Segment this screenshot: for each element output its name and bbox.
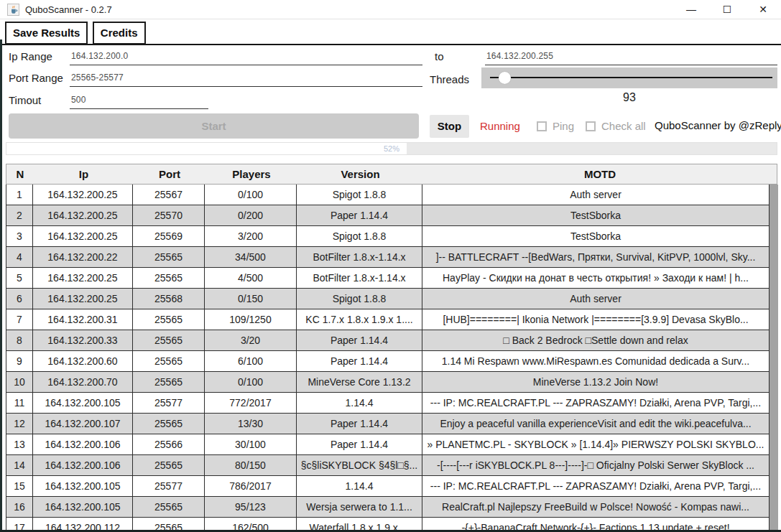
- cell-motd: Enjoy a peaceful vanilla experienceVisit…: [422, 414, 770, 434]
- cell-version: 1.14.4: [297, 393, 422, 413]
- save-results-button[interactable]: Save Results: [5, 22, 88, 45]
- table-row[interactable]: 9164.132.200.60255656/100Paper 1.14.41.1…: [6, 351, 770, 372]
- cell-motd: ]-- BATTLECRAFT --[BedWars, Прятки, Surv…: [422, 247, 770, 267]
- status-text: Running: [480, 120, 520, 132]
- cell-n: 8: [6, 330, 33, 350]
- vertical-scrollbar[interactable]: [770, 185, 778, 532]
- table-row[interactable]: 8164.132.200.33255653/20Paper 1.14.4□ Ba…: [6, 330, 770, 351]
- cell-n: 7: [6, 309, 33, 330]
- port-range-label: Port Range: [9, 72, 63, 84]
- cell-port: 25565: [133, 351, 205, 371]
- ping-checkbox[interactable]: [537, 121, 547, 131]
- cell-players: 0/200: [205, 205, 297, 225]
- cell-ip: 164.132.200.25: [33, 226, 133, 246]
- column-header-n[interactable]: N: [6, 168, 34, 180]
- cell-version: 1.14.4: [297, 476, 422, 496]
- cell-motd: TestSborka: [422, 205, 770, 225]
- table-row[interactable]: 16164.132.200.1052556595/123Wersja serwe…: [6, 497, 770, 518]
- cell-players: 786/2017: [205, 476, 297, 496]
- cell-n: 14: [6, 455, 33, 475]
- ping-checkbox-label[interactable]: Ping: [553, 120, 574, 132]
- threads-slider[interactable]: [481, 67, 777, 88]
- cell-port: 25565: [133, 455, 205, 475]
- table-row[interactable]: 15164.132.200.10525577786/20171.14.4--- …: [6, 476, 770, 497]
- cell-motd: Auth server: [422, 289, 770, 309]
- ip-range-input[interactable]: 164.132.200.0: [70, 51, 422, 65]
- timeout-input[interactable]: 500: [70, 95, 208, 109]
- cell-players: 80/150: [205, 455, 297, 475]
- cell-ip: 164.132.200.105: [33, 393, 133, 413]
- cell-motd: --- IP: MC.REALCRAFT.PL --- ZAPRASZAMY! …: [422, 476, 770, 496]
- start-button[interactable]: Start: [9, 113, 419, 139]
- cell-port: 25565: [133, 268, 205, 288]
- cell-motd: 1.14 Mi Respawn www.MiRespawn.es Comunid…: [422, 351, 770, 371]
- threads-slider-track: [490, 77, 772, 78]
- cell-motd: TestSborka: [422, 226, 770, 246]
- cell-motd: RealCraft.pl Najlepszy FreeBuild w Polsc…: [422, 497, 770, 517]
- cell-n: 16: [6, 497, 33, 517]
- cell-n: 9: [6, 351, 33, 371]
- cell-n: 4: [6, 247, 33, 267]
- cell-players: 109/1250: [205, 309, 297, 330]
- stop-button[interactable]: Stop: [430, 115, 469, 138]
- table-row[interactable]: 5164.132.200.25255654/500BotFilter 1.8.x…: [6, 268, 770, 289]
- column-header-ip[interactable]: Ip: [34, 168, 134, 180]
- cell-n: 2: [6, 205, 33, 225]
- minimize-button[interactable]: —: [673, 0, 709, 19]
- cell-version: Spigot 1.8.8: [297, 185, 422, 205]
- threads-slider-knob[interactable]: [499, 72, 511, 84]
- table-row[interactable]: 7164.132.200.3125565109/1250KC 1.7.x 1.8…: [6, 309, 770, 330]
- table-row[interactable]: 1164.132.200.25255670/100Spigot 1.8.8Aut…: [6, 185, 770, 205]
- cell-players: 3/20: [205, 330, 297, 350]
- cell-port: 25568: [133, 289, 205, 309]
- cell-version: KC 1.7.x 1.8.x 1.9.x 1....: [297, 309, 422, 330]
- check-all-checkbox-label[interactable]: Check all: [601, 120, 646, 132]
- window-controls: — ☐ ✕: [673, 0, 781, 19]
- cell-version: BotFilter 1.8.x-1.14.x: [297, 247, 422, 267]
- cell-motd: [HUB]========| Ikonia Network |========[…: [422, 309, 770, 330]
- ip-range-label: Ip Range: [9, 50, 52, 62]
- cell-port: 25577: [133, 476, 205, 496]
- ip-to-label: to: [435, 50, 444, 62]
- cell-ip: 164.132.200.25: [33, 268, 133, 288]
- cell-version: Paper 1.14.4: [297, 330, 422, 350]
- cell-version: Spigot 1.8.8: [297, 289, 422, 309]
- column-header-motd[interactable]: MOTD: [423, 168, 777, 180]
- table-row[interactable]: 12164.132.200.1072556513/30Paper 1.14.4E…: [6, 414, 770, 434]
- cell-motd: --- IP: MC.REALCRAFT.PL --- ZAPRASZAMY! …: [422, 393, 770, 413]
- window-left-edge: [0, 39, 2, 532]
- cell-players: 4/500: [205, 268, 297, 288]
- threads-value: 93: [481, 91, 777, 104]
- cell-version: Paper 1.14.4: [297, 414, 422, 434]
- results-table: NIpPortPlayersVersionMOTD 1164.132.200.2…: [6, 164, 778, 532]
- cell-ip: 164.132.200.25: [33, 205, 133, 225]
- table-row[interactable]: 2164.132.200.25255700/200Paper 1.14.4Tes…: [6, 205, 770, 226]
- cell-n: 5: [6, 268, 33, 288]
- cell-players: 0/100: [205, 372, 297, 392]
- table-row[interactable]: 13164.132.200.1062556630/100Paper 1.14.4…: [6, 434, 770, 455]
- cell-n: 11: [6, 393, 33, 413]
- scan-settings-form: Ip Range 164.132.200.0 to 164.132.200.25…: [0, 45, 781, 112]
- table-row[interactable]: 4164.132.200.222556534/500BotFilter 1.8.…: [6, 247, 770, 268]
- cell-port: 25566: [133, 434, 205, 454]
- maximize-button[interactable]: ☐: [709, 0, 745, 19]
- table-row[interactable]: 14164.132.200.1062556580/150§c§liSKYBLOC…: [6, 455, 770, 476]
- port-range-input[interactable]: 25565-25577: [70, 73, 422, 87]
- table-row[interactable]: 6164.132.200.25255680/150Spigot 1.8.8Aut…: [6, 289, 770, 309]
- check-all-checkbox[interactable]: [586, 121, 596, 131]
- column-header-version[interactable]: Version: [297, 168, 423, 180]
- column-header-port[interactable]: Port: [134, 168, 205, 180]
- close-button[interactable]: ✕: [745, 0, 781, 19]
- cell-n: 10: [6, 372, 33, 392]
- cell-motd: MineVerse 1.13.2 Join Now!: [422, 372, 770, 392]
- table-row[interactable]: 11164.132.200.10525577772/20171.14.4--- …: [6, 393, 770, 414]
- table-row[interactable]: 3164.132.200.25255693/200Spigot 1.8.8Tes…: [6, 226, 770, 247]
- table-row[interactable]: 10164.132.200.70255650/100MineVerse Core…: [6, 372, 770, 393]
- credits-button[interactable]: Credits: [93, 22, 146, 45]
- cell-ip: 164.132.200.107: [33, 414, 133, 434]
- cell-version: Paper 1.14.4: [297, 351, 422, 371]
- ip-to-input[interactable]: 164.132.200.255: [485, 51, 777, 65]
- cell-port: 25569: [133, 226, 205, 246]
- cell-n: 3: [6, 226, 33, 246]
- column-header-players[interactable]: Players: [205, 168, 297, 180]
